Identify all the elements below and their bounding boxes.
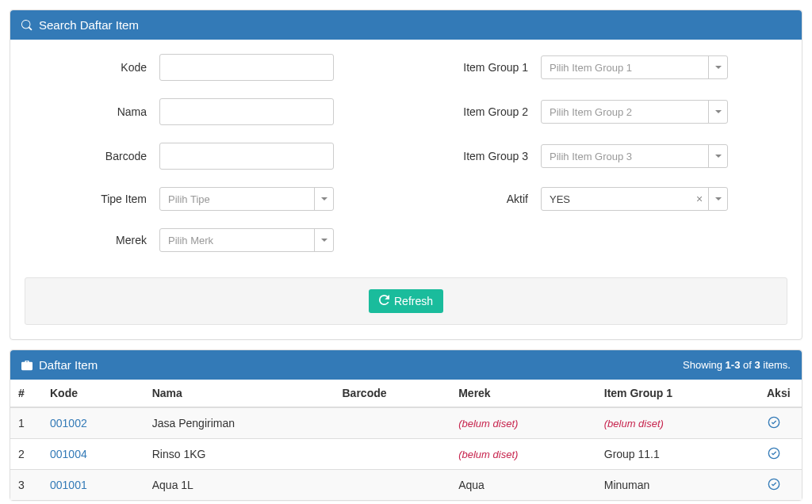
list-panel-title: Daftar Item: [39, 358, 98, 372]
summary-text: Showing 1-3 of 3 items.: [683, 359, 791, 371]
cell-barcode: [335, 470, 451, 501]
merek-select[interactable]: Pilih Merk: [159, 228, 334, 252]
search-form: Kode Item Group 1 Pilih Item Group 1 Nam…: [10, 40, 802, 274]
merek-placeholder: Pilih Merk: [160, 229, 314, 251]
table-row: 2001004Rinso 1KG(belum diset)Group 11.1: [10, 439, 802, 470]
nama-label: Nama: [25, 105, 159, 118]
cell-merek: (belum diset): [450, 439, 596, 470]
list-panel: Daftar Item Showing 1-3 of 3 items. # Ko…: [10, 349, 802, 501]
cell-aksi: [759, 407, 802, 439]
kode-input[interactable]: [159, 54, 334, 81]
cell-group1: Group 11.1: [596, 439, 759, 470]
aktif-select[interactable]: YES ×: [541, 187, 728, 211]
chevron-down-icon: [708, 56, 727, 78]
group1-select[interactable]: Pilih Item Group 1: [541, 55, 728, 79]
nama-input[interactable]: [159, 98, 334, 125]
cell-aksi: [759, 439, 802, 470]
aktif-label: Aktif: [406, 193, 541, 205]
cell-num: 2: [10, 439, 42, 470]
cell-merek: (belum diset): [450, 407, 596, 439]
refresh-button[interactable]: Refresh: [369, 289, 443, 313]
refresh-icon: [379, 295, 389, 307]
kode-link[interactable]: 001001: [50, 479, 87, 491]
col-aksi: Aksi: [759, 380, 802, 407]
chevron-down-icon: [314, 229, 333, 251]
col-kode[interactable]: Kode: [42, 380, 144, 407]
briefcase-icon: [21, 360, 33, 371]
cell-kode: 001001: [42, 470, 144, 501]
kode-link[interactable]: 001004: [50, 448, 87, 460]
tipe-placeholder: Pilih Tipe: [160, 188, 314, 210]
table-row: 3001001Aqua 1LAquaMinuman: [10, 470, 802, 501]
group2-select[interactable]: Pilih Item Group 2: [541, 100, 728, 124]
search-panel-header: Search Daftar Item: [10, 10, 802, 40]
cell-kode: 001004: [42, 439, 144, 470]
cell-num: 3: [10, 470, 42, 501]
col-barcode[interactable]: Barcode: [335, 380, 451, 407]
refresh-button-label: Refresh: [394, 295, 433, 307]
barcode-input[interactable]: [159, 143, 334, 170]
cell-nama: Jasa Pengiriman: [144, 407, 335, 439]
cell-barcode: [335, 439, 451, 470]
group3-select[interactable]: Pilih Item Group 3: [541, 144, 728, 168]
group1-placeholder: Pilih Item Group 1: [542, 56, 708, 78]
cell-kode: 001002: [42, 407, 144, 439]
col-merek[interactable]: Merek: [450, 380, 596, 407]
table-row: 1001002Jasa Pengiriman(belum diset)(belu…: [10, 407, 802, 439]
merek-label: Merek: [25, 234, 159, 246]
barcode-label: Barcode: [25, 150, 159, 162]
cell-aksi: [759, 470, 802, 501]
cell-barcode: [335, 407, 451, 439]
select-action-button[interactable]: [767, 446, 781, 460]
cell-group1: Minuman: [596, 470, 759, 501]
chevron-down-icon: [314, 188, 333, 210]
kode-link[interactable]: 001002: [50, 417, 87, 430]
tipe-select[interactable]: Pilih Tipe: [159, 187, 334, 211]
col-num: #: [10, 380, 42, 407]
list-panel-header: Daftar Item Showing 1-3 of 3 items.: [10, 350, 802, 380]
items-table: # Kode Nama Barcode Merek Item Group 1 A…: [10, 380, 802, 500]
group2-label: Item Group 2: [406, 105, 541, 118]
cell-nama: Aqua 1L: [144, 470, 335, 501]
chevron-down-icon: [708, 188, 727, 210]
cell-num: 1: [10, 407, 42, 439]
group3-placeholder: Pilih Item Group 3: [542, 145, 708, 167]
search-icon: [21, 20, 33, 31]
tipe-label: Tipe Item: [25, 193, 159, 205]
aktif-value: YES: [542, 188, 691, 210]
group2-placeholder: Pilih Item Group 2: [542, 101, 708, 123]
chevron-down-icon: [708, 101, 727, 123]
select-action-button[interactable]: [767, 415, 781, 430]
group3-label: Item Group 3: [406, 150, 541, 162]
search-panel-title: Search Daftar Item: [39, 18, 139, 32]
cell-group1: (belum diset): [596, 407, 759, 439]
col-group1[interactable]: Item Group 1: [596, 380, 759, 407]
cell-nama: Rinso 1KG: [144, 439, 335, 470]
select-action-button[interactable]: [767, 477, 781, 491]
clear-icon[interactable]: ×: [691, 188, 708, 210]
kode-label: Kode: [25, 61, 159, 74]
refresh-bar: Refresh: [25, 277, 787, 325]
group1-label: Item Group 1: [406, 61, 541, 74]
col-nama[interactable]: Nama: [144, 380, 335, 407]
chevron-down-icon: [708, 145, 727, 167]
cell-merek: Aqua: [450, 470, 596, 501]
search-panel: Search Daftar Item Kode Item Group 1 Pil…: [10, 10, 802, 340]
